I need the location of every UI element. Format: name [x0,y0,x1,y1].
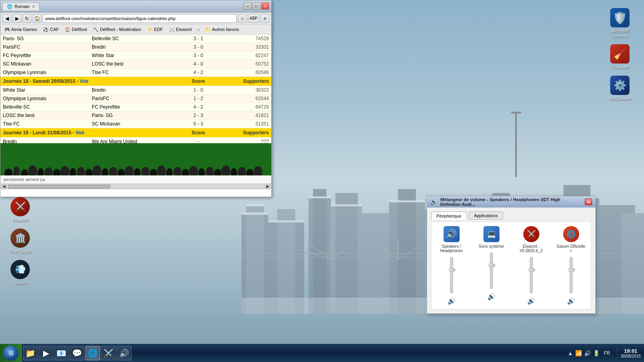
bookmark-aeria-games[interactable]: 🎮 Aeria Games [2,26,39,33]
maximize-button[interactable]: □ [252,2,260,10]
team1-cell: Bredin [0,138,89,144]
ccleaner-label: CCleaner [611,65,629,70]
taskbar-explorer-button[interactable]: 📁 [23,346,38,360]
security-symbol: 🛡️ [613,11,627,25]
horizontal-scrollbar[interactable]: ◀ ▶ [0,183,271,189]
team1-cell: Tlse FC [0,120,89,128]
saison-channel-icon: 🌐 [563,226,579,242]
titan-quest-icon[interactable]: 🏛️ Titan Quest [4,228,36,254]
reload-button[interactable]: ↻ [23,14,31,23]
taskbar-elsword-button[interactable]: ⚔️ [101,346,116,360]
elsword-slider-track[interactable] [530,257,533,293]
team1-cell: FC Peyrefitte [0,51,89,60]
bookmark-label: Elsword [176,27,192,32]
taskbar-skype-button[interactable]: 💬 [70,346,85,360]
score-cell: - [182,138,215,144]
system-slider-track[interactable] [490,253,493,289]
home-button[interactable]: 🏠 [33,14,41,23]
taskbar-outlook-button[interactable]: 📧 [54,346,69,360]
bookmark-defifoot[interactable]: 🏠 Défifoot [63,26,89,33]
svg-rect-1 [246,205,264,314]
lamp-post [515,113,517,177]
vm-channels: 🔊 Speakers /Headphones 🔊 💻 Sons [431,222,591,309]
bookmark-autres[interactable]: 📁 Autres favoris [203,26,241,33]
voir-link[interactable]: Voir [80,78,89,84]
team1-cell: SC Mickavan [0,60,89,68]
bookmark-overflow[interactable]: » [197,26,200,33]
table-row: Tlse FC SC Mickavan 0 - 3 51351 [0,120,271,128]
back-button[interactable]: ◀ [2,14,11,23]
minimize-button[interactable]: ─ [244,2,252,10]
team2-cell: White Star [89,51,182,60]
elsword-desktop-icon[interactable]: ⚔️ Elsword [4,197,36,222]
content-scroll-area[interactable]: Paris- SG Belleville SC 3 - 1 74529 Pari… [0,35,271,143]
table-row: ParisFC Bredin 3 - 0 33301 [0,43,271,51]
scroll-left-button[interactable]: ◀ [1,184,7,189]
bookmark-defifoot-mod[interactable]: 🔨 Défifoot - Modération [91,26,143,33]
social-text: personnes aiment ça. [4,177,46,182]
desktop-icons-left: ⚔️ Elsword 🏛️ Titan Quest 💨 Steam [4,197,36,285]
microsoft-security-icon[interactable]: 🛡️ Microsoft Security [604,8,636,38]
system-slider-thumb[interactable] [489,264,495,267]
bookmark-caf[interactable]: ⚽ CAF [41,26,61,33]
tray-volume[interactable]: 🔊 [584,350,591,356]
team1-cell: Olympique Lyonnais [0,68,89,77]
vm-close-button[interactable]: ✕ [585,199,592,205]
system-mute-button[interactable]: 🔊 [487,293,495,300]
team1-cell: Paris- SG [0,35,89,43]
tab-favicon: 🌐 [7,4,12,9]
vm-content: Périphérique Applications 🔊 Speakers /He… [427,208,595,313]
bookmark-edf[interactable]: ⚡ EDF [145,26,165,33]
language-indicator[interactable]: FR [602,350,612,356]
forward-button[interactable]: ▶ [12,14,21,23]
team1-cell: LOSC the best [0,111,89,120]
address-bar[interactable] [43,14,237,23]
elsword-slider-thumb[interactable] [528,268,535,272]
voir-link[interactable]: Voir [76,130,85,136]
score-header: Score [182,128,215,138]
menu-button[interactable]: ≡ [260,14,269,23]
speakers-slider-thumb[interactable] [449,268,455,272]
taskbar-wmp-button[interactable]: ▶ [39,346,53,360]
systray: ▲ 📶 🔊 🔋 FR [564,344,616,362]
clock[interactable]: 19:01 30/08/2015 [617,348,644,358]
team1-cell: White Star [0,86,89,95]
elsword-label: Elsword [12,218,28,222]
speakers-label: Speakers /Headphones [440,244,463,253]
scroll-right-button[interactable]: ▶ [265,184,270,189]
vm-peripherique-tab[interactable]: Périphérique [431,212,466,220]
elsword-mute-button[interactable]: 🔊 [527,297,535,305]
start-button[interactable]: ⊞ [0,344,22,362]
tab-close-button[interactable]: ✕ [32,4,35,9]
svg-rect-25 [389,200,425,202]
bookmark-icon: 🎮 [4,27,10,32]
scroll-thumb[interactable] [8,185,110,189]
saison-slider-track[interactable] [570,257,573,293]
ccleaner-icon[interactable]: 🧹 CCleaner [604,44,636,70]
tray-arrow[interactable]: ▲ [568,350,573,356]
close-button[interactable]: ✕ [261,2,269,10]
vm-applications-tab[interactable]: Applications [469,212,503,220]
speakers-slider-track[interactable] [450,257,453,293]
speakers-mute-button[interactable]: 🔊 [448,297,456,305]
taskbar-sound-button[interactable]: 🔊 [117,346,132,360]
advcleaner-icon[interactable]: ⚙️ AdvCleaner [604,76,636,101]
abp-button[interactable]: ABP [248,14,259,23]
bookmark-elsword[interactable]: ⚔️ Elsword [167,26,194,33]
browser-tab[interactable]: 🌐 Romain ✕ [2,2,39,10]
tray-battery[interactable]: 🔋 [593,350,600,356]
scroll-track[interactable] [8,184,264,189]
bookmark-label: CAF [50,27,59,32]
score-cell: 4 - 2 [182,103,215,111]
supporters-cell: 60586 [215,68,271,77]
tray-network[interactable]: 📶 [575,350,582,356]
taskbar-chrome-button[interactable]: 🌐 [85,346,100,360]
vm-channel-saison: 🌐 Saison Officielle > 🔊 [555,226,587,305]
saison-slider-thumb[interactable] [568,268,575,272]
saison-channel-label: Saison Officielle > [555,244,587,253]
saison-mute-button[interactable]: 🔊 [567,297,575,305]
system-sound-icon: 💻 [483,226,500,242]
steam-icon[interactable]: 💨 Steam [4,260,36,285]
microsoft-security-label: Microsoft Security [604,29,636,38]
star-button[interactable]: ☆ [238,14,247,23]
